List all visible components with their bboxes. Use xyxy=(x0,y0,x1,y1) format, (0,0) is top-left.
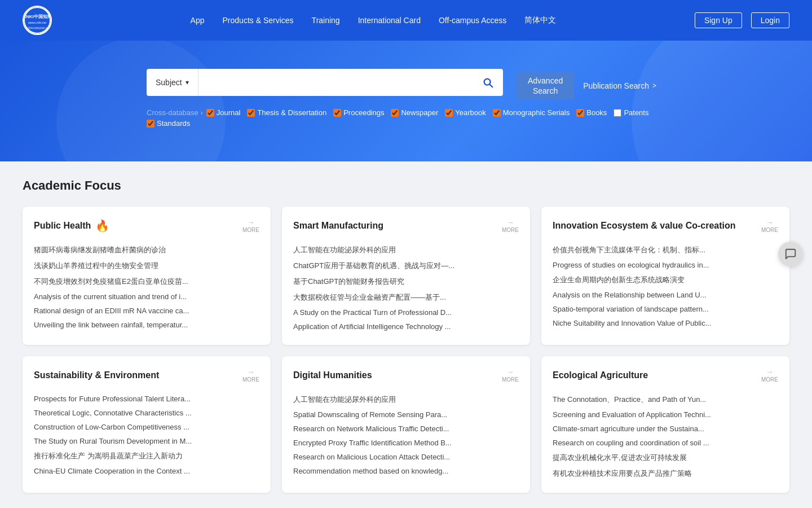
list-item[interactable]: Analysis of the current situation and tr… xyxy=(34,290,259,304)
list-item[interactable]: ChatGPT应用于基础教育的机遇、挑战与应对—... xyxy=(293,258,519,274)
nav-offcampus[interactable]: Off-campus Access xyxy=(439,16,506,25)
card-title-row-digital-humanities: Digital Humanities xyxy=(293,370,372,380)
checkbox-monographic[interactable]: Monographic Serials xyxy=(493,108,570,117)
card-innovation-ecosystem: Innovation Ecosystem & value Co-creation… xyxy=(541,207,789,345)
list-item[interactable]: Encrypted Proxy Traffic Identification M… xyxy=(293,436,519,450)
nav-app[interactable]: App xyxy=(191,16,205,25)
list-item[interactable]: Prospects for Future Professional Talent… xyxy=(34,392,259,406)
card-items-digital-humanities: 人工智能在功能泌尿外科的应用Spatial Downscaling of Rem… xyxy=(293,392,519,478)
search-button[interactable] xyxy=(473,69,503,96)
checkbox-books-input[interactable] xyxy=(576,109,584,117)
signup-button[interactable]: Sign Up xyxy=(695,12,742,28)
cards-grid: Public Health🔥→MORE猪圆环病毒病继发副猪嗜血杆菌病的诊治浅谈奶… xyxy=(23,207,789,493)
list-item[interactable]: 价值共创视角下主流媒体平台化：机制、指标... xyxy=(553,242,778,258)
svg-text:CNKI中国知网: CNKI中国知网 xyxy=(24,14,51,19)
list-item[interactable]: Theoretical Logic, Connotative Character… xyxy=(34,406,259,420)
main-nav: App Products & Services Training Interna… xyxy=(191,15,557,25)
list-item[interactable]: Recommendation method based on knowledg.… xyxy=(293,464,519,478)
checkbox-journal[interactable]: Journal xyxy=(206,108,241,117)
card-header-sustainability-environment: Sustainability & Environment→MORE xyxy=(34,367,259,383)
list-item[interactable]: 猪圆环病毒病继发副猪嗜血杆菌病的诊治 xyxy=(34,242,259,258)
checkbox-journal-input[interactable] xyxy=(206,109,214,117)
list-item[interactable]: 提高农业机械化水平,促进农业可持续发展 xyxy=(553,450,778,466)
advanced-search-button[interactable]: Advanced Search xyxy=(517,72,574,99)
list-item[interactable]: Analysis on the Relationship between Lan… xyxy=(553,288,778,302)
nav-products[interactable]: Products & Services xyxy=(223,16,294,25)
list-item[interactable]: A Study on the Practical Turn of Profess… xyxy=(293,305,519,319)
card-header-smart-manufacturing: Smart Manufacturing→MORE xyxy=(293,218,519,233)
svg-text:www.cnki.net: www.cnki.net xyxy=(28,21,47,24)
checkbox-patents-input[interactable] xyxy=(614,109,621,117)
card-ecological-agriculture: Ecological Agriculture→MOREThe Connotati… xyxy=(541,356,789,493)
list-item[interactable]: 人工智能在功能泌尿外科的应用 xyxy=(293,242,519,258)
more-link-innovation-ecosystem[interactable]: →MORE xyxy=(761,218,778,233)
list-item[interactable]: China-EU Climate Cooperation in the Cont… xyxy=(34,464,259,478)
list-item[interactable]: Rational design of an EDIII mR NA vaccin… xyxy=(34,304,259,318)
svg-text:中国知识基础设施工程: 中国知识基础设施工程 xyxy=(26,27,48,29)
academic-focus-section: Academic Focus Public Health🔥→MORE猪圆环病毒病… xyxy=(0,161,812,508)
list-item[interactable]: Research on coupling and coordination of… xyxy=(553,436,778,450)
fire-icon: 🔥 xyxy=(95,219,109,233)
list-item[interactable]: 有机农业种植技术应用要点及产品推广策略 xyxy=(553,466,778,481)
list-item[interactable]: Research on Network Malicious Traffic De… xyxy=(293,422,519,436)
list-item[interactable]: 推行标准化生产 为嵩明县蔬菜产业注入新动力 xyxy=(34,448,259,464)
more-link-digital-humanities[interactable]: →MORE xyxy=(502,367,519,383)
checkboxes-row: Cross-database Journal Thesis & Disserta… xyxy=(147,108,665,128)
publication-search-button[interactable]: Publication Search xyxy=(574,72,665,99)
login-button[interactable]: Login xyxy=(751,12,789,28)
list-item[interactable]: 大数据税收征管与企业金融资产配置——基于... xyxy=(293,290,519,305)
list-item[interactable]: Unveiling the link between rainfall, tem… xyxy=(34,318,259,332)
more-arrow: → xyxy=(766,218,774,227)
advanced-search-label: Advanced xyxy=(528,76,563,86)
header: CNKI中国知网 www.cnki.net 中国知识基础设施工程 App Pro… xyxy=(0,0,812,41)
card-title-row-sustainability-environment: Sustainability & Environment xyxy=(34,370,159,380)
list-item[interactable]: 企业生命周期内的创新生态系统战略演变 xyxy=(553,272,778,288)
list-item[interactable]: Spatial Downscaling of Remote Sensing Pa… xyxy=(293,408,519,422)
card-header-ecological-agriculture: Ecological Agriculture→MORE xyxy=(553,367,778,383)
list-item[interactable]: Research on Malicious Location Attack De… xyxy=(293,450,519,464)
more-link-ecological-agriculture[interactable]: →MORE xyxy=(761,367,778,383)
checkbox-proceedings[interactable]: Proceedings xyxy=(333,108,384,117)
cross-db-link[interactable]: Cross-database xyxy=(147,108,203,117)
list-item[interactable]: Screening and Evaluation of Application … xyxy=(553,408,778,422)
checkbox-books[interactable]: Books xyxy=(576,108,607,117)
checkbox-proceedings-input[interactable] xyxy=(333,109,341,117)
more-label: MORE xyxy=(502,227,519,233)
card-title-row-innovation-ecosystem: Innovation Ecosystem & value Co-creation xyxy=(553,221,736,231)
list-item[interactable]: Spatio-temporal variation of landscape p… xyxy=(553,302,778,316)
checkbox-thesis[interactable]: Thesis & Dissertation xyxy=(247,108,326,117)
floating-chat-button[interactable] xyxy=(778,242,803,266)
checkbox-monographic-input[interactable] xyxy=(493,109,501,117)
list-item[interactable]: Construction of Low-Carbon Competitivene… xyxy=(34,420,259,434)
card-title-innovation-ecosystem: Innovation Ecosystem & value Co-creation xyxy=(553,221,736,231)
checkbox-patents[interactable]: Patents xyxy=(614,108,648,117)
subject-dropdown[interactable]: Subject xyxy=(147,69,198,96)
checkbox-newspaper[interactable]: Newspaper xyxy=(391,108,438,117)
list-item[interactable]: 人工智能在功能泌尿外科的应用 xyxy=(293,392,519,408)
checkbox-standards[interactable]: Standards xyxy=(147,119,190,128)
checkbox-yearbook[interactable]: Yearbook xyxy=(445,108,486,117)
more-link-smart-manufacturing[interactable]: →MORE xyxy=(502,218,519,233)
list-item[interactable]: Application of Artificial Intelligence T… xyxy=(293,319,519,334)
list-item[interactable]: The Connotation、Practice、and Path of Yun… xyxy=(553,392,778,408)
list-item[interactable]: Climate-smart agriculture under the Sust… xyxy=(553,422,778,436)
more-link-public-health[interactable]: →MORE xyxy=(242,218,259,233)
checkbox-yearbook-input[interactable] xyxy=(445,109,453,117)
nav-lang[interactable]: 简体中文 xyxy=(524,15,556,25)
list-item[interactable]: Progress of studies on ecological hydrau… xyxy=(553,258,778,272)
list-item[interactable]: The Study on Rural Tourism Development i… xyxy=(34,434,259,448)
more-arrow: → xyxy=(506,367,514,376)
checkbox-standards-input[interactable] xyxy=(147,120,155,128)
more-link-sustainability-environment[interactable]: →MORE xyxy=(242,367,259,383)
checkbox-newspaper-input[interactable] xyxy=(391,109,399,117)
nav-training[interactable]: Training xyxy=(312,16,340,25)
list-item[interactable]: Niche Suitability and Innovation Value o… xyxy=(553,316,778,330)
more-label: MORE xyxy=(242,376,259,383)
card-sustainability-environment: Sustainability & Environment→MOREProspec… xyxy=(23,356,271,493)
list-item[interactable]: 基于ChatGPT的智能财务报告研究 xyxy=(293,274,519,290)
search-input[interactable] xyxy=(198,69,473,96)
list-item[interactable]: 浅谈奶山羊养殖过程中的生物安全管理 xyxy=(34,258,259,274)
checkbox-thesis-input[interactable] xyxy=(247,109,255,117)
list-item[interactable]: 不同免疫增效剂对免疫猪瘟E2蛋白亚单位疫苗... xyxy=(34,274,259,290)
nav-international[interactable]: International Card xyxy=(358,16,421,25)
